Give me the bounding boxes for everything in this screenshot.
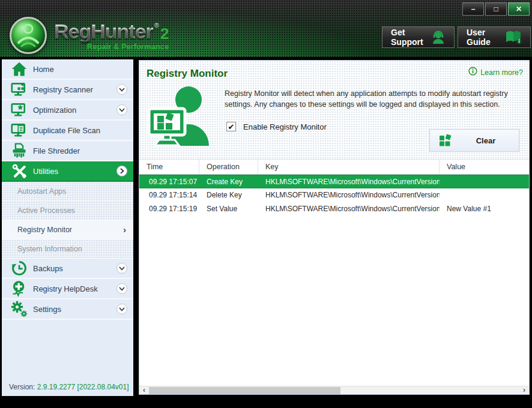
brand-tagline: Repair & Performance xyxy=(54,43,169,50)
sidebar-item-label: Registry HelpDesk xyxy=(33,284,98,293)
minimize-button[interactable]: – xyxy=(462,2,484,16)
cell-value xyxy=(440,175,529,188)
column-header-operation[interactable]: Operation xyxy=(199,160,258,174)
close-icon: ✕ xyxy=(516,5,522,13)
sidebar-subitem-label: Autostart Apps xyxy=(17,187,66,196)
brand-edition: 2 xyxy=(160,26,169,41)
learn-more-label: Learn more? xyxy=(480,68,523,77)
duplicate-file-scan-icon xyxy=(9,122,29,139)
cell-operation: Set Value xyxy=(199,202,258,216)
sidebar-subitem-label: System Information xyxy=(17,245,82,253)
cell-operation: Create Key xyxy=(199,175,258,188)
enable-registry-monitor-label: Enable Registry Monitor xyxy=(243,122,327,131)
sidebar-item-label: Optimization xyxy=(33,106,76,115)
registry-helpdesk-icon xyxy=(9,280,29,297)
cell-key: HKLM\SOFTWARE\Microsoft\Windows\CurrentV… xyxy=(258,188,440,202)
chevron-down-icon[interactable] xyxy=(116,104,127,115)
scrollbar-thumb[interactable] xyxy=(149,387,340,394)
sidebar-item-settings[interactable]: Settings xyxy=(2,299,133,320)
page-description: Registry Monitor will detect when any ap… xyxy=(225,88,528,110)
clear-button-label: Clear xyxy=(453,136,519,145)
version-value: 2.9.19.2277 [2022.08.04v01] xyxy=(37,383,129,391)
cell-time: 09.29 17:15:07 xyxy=(139,175,199,188)
chevron-down-icon[interactable] xyxy=(116,283,127,294)
chevron-down-icon[interactable] xyxy=(116,304,127,314)
user-guide-button[interactable]: User Guide xyxy=(458,26,531,48)
main-panel: Registry Monitor Learn more? xyxy=(139,60,530,395)
sidebar-item-label: Home xyxy=(33,65,54,74)
maximize-icon: □ xyxy=(494,5,498,13)
close-button[interactable]: ✕ xyxy=(508,2,530,16)
sidebar-item-label: Duplicate File Scan xyxy=(33,126,100,135)
sidebar-subitem-registry-monitor[interactable]: Registry Monitor › xyxy=(2,220,133,239)
sidebar-item-label: Registry Scanner xyxy=(33,85,93,94)
registry-events-table: Time Operation Key Value 09.29 17:15:07 … xyxy=(139,159,529,216)
horizontal-scrollbar[interactable]: ‹ › xyxy=(139,386,529,394)
check-icon: ✔ xyxy=(228,123,235,131)
panel-header-section: Registry Monitor Learn more? xyxy=(139,61,529,159)
sidebar-item-home[interactable]: Home xyxy=(2,59,133,80)
info-icon xyxy=(468,67,477,78)
version-label: Version: xyxy=(9,383,35,391)
logo-text: RegHunter ® 2 Repair & Performance xyxy=(54,21,169,50)
utilities-icon xyxy=(9,163,29,179)
sidebar-subitem-autostart-apps[interactable]: Autostart Apps xyxy=(2,182,133,201)
file-shredder-icon xyxy=(9,142,29,159)
cell-operation: Delete Key xyxy=(199,188,258,202)
cell-key: HKLM\SOFTWARE\Microsoft\Windows\CurrentV… xyxy=(258,202,440,216)
app-window: – □ ✕ RegHunter ® 2 Repair & Performance xyxy=(0,0,532,408)
sidebar-subitem-system-information[interactable]: System Information xyxy=(2,239,133,259)
settings-icon xyxy=(9,301,29,317)
sidebar-item-utilities[interactable]: Utilities xyxy=(2,161,133,182)
brand-name: RegHunter xyxy=(54,21,153,41)
column-header-key[interactable]: Key xyxy=(258,160,440,174)
registry-scanner-icon xyxy=(9,81,29,98)
sidebar-item-duplicate-file-scan[interactable]: Duplicate File Scan xyxy=(2,121,133,141)
sidebar-item-label: File Shredder xyxy=(33,146,80,155)
chevron-down-icon[interactable] xyxy=(116,263,127,274)
sidebar-item-registry-helpdesk[interactable]: Registry HelpDesk xyxy=(2,279,133,299)
chevron-right-icon: › xyxy=(123,226,126,234)
table-row[interactable]: 09.29 17:15:14 Delete Key HKLM\SOFTWARE\… xyxy=(139,188,529,202)
maximize-button[interactable]: □ xyxy=(485,2,507,16)
sidebar-item-optimization[interactable]: Optimization xyxy=(2,100,133,121)
optimization-icon xyxy=(9,101,29,118)
user-guide-label: User Guide xyxy=(467,28,499,47)
table-row[interactable]: 09.29 17:15:07 Create Key HKLM\SOFTWARE\… xyxy=(139,175,529,188)
cell-key: HKLM\SOFTWARE\Microsoft\Windows\CurrentV… xyxy=(258,175,440,188)
sidebar-item-label: Backups xyxy=(33,264,63,273)
learn-more-link[interactable]: Learn more? xyxy=(468,67,523,78)
table-header-row: Time Operation Key Value xyxy=(139,159,529,175)
brand-reg-mark: ® xyxy=(154,22,159,29)
clear-button[interactable]: Clear xyxy=(429,129,519,152)
sidebar-subitem-label: Active Processes xyxy=(17,206,75,215)
cell-value: New Value #1 xyxy=(440,202,529,216)
scroll-left-arrow-icon[interactable]: ‹ xyxy=(139,386,149,394)
get-support-button[interactable]: Get Support xyxy=(382,26,455,48)
sidebar-subitem-active-processes[interactable]: Active Processes xyxy=(2,201,133,220)
header-bar: – □ ✕ RegHunter ® 2 Repair & Performance xyxy=(0,0,532,57)
get-support-label: Get Support xyxy=(391,28,425,47)
sidebar-item-backups[interactable]: Backups xyxy=(2,259,133,279)
sidebar-item-label: Utilities xyxy=(33,167,58,176)
sidebar-item-label: Settings xyxy=(33,305,61,314)
chevron-down-icon[interactable] xyxy=(116,84,127,95)
table-row[interactable]: 09.29 17:15:19 Set Value HKLM\SOFTWARE\M… xyxy=(139,202,529,216)
clear-squares-icon xyxy=(438,133,453,148)
registry-monitor-hero-icon xyxy=(145,83,214,153)
backups-icon xyxy=(9,260,29,277)
chevron-right-icon[interactable] xyxy=(116,166,127,176)
column-header-time[interactable]: Time xyxy=(139,160,199,174)
minimize-icon: – xyxy=(471,5,476,13)
sidebar-subitem-label: Registry Monitor xyxy=(17,226,72,234)
version-info: Version: 2.9.19.2277 [2022.08.04v01] xyxy=(2,383,133,391)
enable-registry-monitor-checkbox[interactable]: ✔ xyxy=(226,122,236,131)
logo-sphere-icon xyxy=(10,17,47,54)
cell-time: 09.29 17:15:14 xyxy=(139,188,199,202)
column-header-value[interactable]: Value xyxy=(440,160,529,174)
sidebar-item-registry-scanner[interactable]: Registry Scanner xyxy=(2,80,133,100)
cell-value xyxy=(440,188,529,202)
sidebar-item-file-shredder[interactable]: File Shredder xyxy=(2,141,133,161)
scroll-right-arrow-icon[interactable]: › xyxy=(519,386,529,394)
page-title: Registry Monitor xyxy=(147,68,228,80)
